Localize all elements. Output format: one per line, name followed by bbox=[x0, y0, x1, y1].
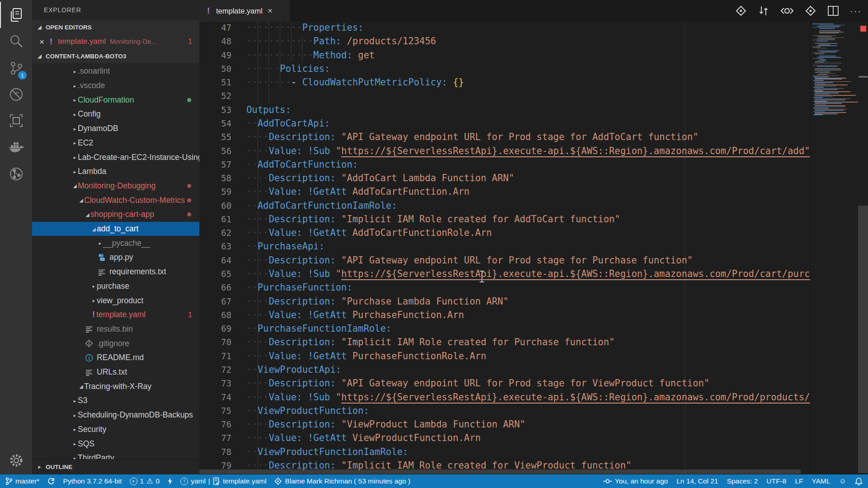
code-line-49[interactable]: 49············Method: get bbox=[199, 48, 810, 62]
tree-item-requirements-txt[interactable]: requirements.txt bbox=[32, 265, 199, 279]
source-control-icon[interactable]: 1 bbox=[0, 55, 32, 81]
gitlens-blame[interactable]: Blame Mark Richman ( 53 minutes ago ) bbox=[274, 477, 410, 485]
more-actions-icon[interactable]: ··· bbox=[850, 9, 862, 13]
tree-item-scheduling-dynamodb-backups[interactable]: ▸Scheduling-DynamoDB-Backups bbox=[32, 408, 199, 422]
close-icon[interactable]: × bbox=[268, 6, 273, 16]
code-line-76[interactable]: 76····Description: "ViewProduct Lambda F… bbox=[199, 418, 810, 431]
code-line-78[interactable]: 78··ViewProductFunctionIamRole: bbox=[199, 445, 810, 459]
code-line-56[interactable]: 56····Value: !Sub "https://${ServerlessR… bbox=[199, 144, 810, 158]
git-graph-icon[interactable] bbox=[0, 161, 32, 187]
tree-item-readme-md[interactable]: README.md bbox=[32, 351, 199, 365]
code-line-59[interactable]: 59····Value: !GetAtt AddToCartFunction.A… bbox=[199, 185, 810, 198]
tree-item-results-bin[interactable]: results.bin bbox=[32, 322, 199, 337]
code-line-51[interactable]: 51········- CloudWatchPutMetricPolicy: {… bbox=[199, 75, 810, 89]
tree-item-config[interactable]: ▸Config bbox=[32, 107, 199, 122]
code-line-60[interactable]: 60··AddToCartFunctionIamRole: bbox=[199, 199, 810, 212]
code-line-62[interactable]: 62····Value: !GetAtt AddToCartFunctionRo… bbox=[199, 226, 810, 239]
code-line-58[interactable]: 58····Description: "AddToCart Lambda Fun… bbox=[199, 171, 810, 185]
cursor-position[interactable]: Ln 14, Col 21 bbox=[676, 477, 718, 485]
tree-item-monitoring-debugging[interactable]: ◢Monitoring-Debugging bbox=[32, 179, 199, 193]
tree-item-s3[interactable]: ▸S3 bbox=[32, 394, 199, 408]
tab-template-yaml[interactable]: ! template.yaml × bbox=[199, 0, 290, 22]
code-line-64[interactable]: 64····Description: "API Gateway endpoint… bbox=[199, 253, 810, 267]
compare-changes-icon[interactable] bbox=[758, 5, 769, 17]
settings-gear-icon[interactable] bbox=[0, 449, 32, 472]
code-line-72[interactable]: 72··ViewProductApi: bbox=[199, 363, 810, 376]
code-editor[interactable]: 47··········Properties:48············Pat… bbox=[199, 22, 810, 474]
code-line-65[interactable]: 65····Value: !Sub "https://${ServerlessR… bbox=[199, 267, 810, 281]
tree-item-ec2[interactable]: ▸EC2 bbox=[32, 136, 199, 150]
code-line-75[interactable]: 75··ViewProductFunction: bbox=[199, 404, 810, 418]
tree-item-add-to-cart[interactable]: ◢add_to_cart bbox=[32, 222, 199, 236]
explorer-icon[interactable] bbox=[0, 2, 32, 28]
lightning-button[interactable] bbox=[167, 477, 173, 485]
docker-icon[interactable] bbox=[0, 134, 32, 160]
tree-item-gitignore[interactable]: .gitignore bbox=[32, 336, 199, 351]
tree-item-pycache[interactable]: ▸__pycache__ bbox=[32, 236, 199, 250]
vertical-scrollbar[interactable] bbox=[858, 22, 868, 474]
tree-item-cloudformation[interactable]: ▸CloudFormation bbox=[32, 93, 199, 107]
code-line-47[interactable]: 47··········Properties: bbox=[199, 22, 810, 34]
code-line-66[interactable]: 66··PurchaseFunction: bbox=[199, 281, 810, 294]
folder-section-header[interactable]: ◢ CONTENT-LAMBDA-BOTO3 bbox=[32, 49, 199, 63]
tree-item-lab-create-an-ec2-instance-using[interactable]: ▸Lab-Create-an-EC2-Instance-Using... bbox=[32, 150, 199, 164]
tree-item-lambda[interactable]: ▸Lambda bbox=[32, 164, 199, 179]
gitlens-recency[interactable]: You, an hour ago bbox=[603, 477, 668, 485]
code-line-63[interactable]: 63··PurchaseApi: bbox=[199, 239, 810, 253]
sonarlint-icon[interactable] bbox=[0, 81, 32, 108]
encoding-setting[interactable]: UTF-8 bbox=[767, 477, 787, 485]
code-line-77[interactable]: 77····Value: !GetAtt ViewProductFunction… bbox=[199, 431, 810, 445]
code-line-71[interactable]: 71····Value: !GetAtt PurchaseFunctionRol… bbox=[199, 349, 810, 363]
yaml-schema-status[interactable]: !yaml|template.yaml bbox=[180, 477, 266, 485]
sync-button[interactable] bbox=[47, 477, 55, 485]
tree-item-vscode[interactable]: ▸.vscode bbox=[32, 79, 199, 93]
language-mode[interactable]: YAML bbox=[812, 477, 830, 485]
tree-item-security[interactable]: ▸Security bbox=[32, 422, 199, 437]
feedback-smiley[interactable]: ☺ bbox=[839, 478, 846, 485]
python-interpreter[interactable]: Python 3.7.2 64-bit bbox=[63, 477, 122, 485]
code-line-48[interactable]: 48············Path: /products/123456 bbox=[199, 34, 810, 48]
code-line-68[interactable]: 68····Value: !GetAtt PurchaseFunction.Ar… bbox=[199, 308, 810, 322]
tree-item-view-product[interactable]: ▸view_product bbox=[32, 293, 199, 308]
code-line-52[interactable]: 52 bbox=[199, 89, 810, 103]
tree-item-urls-txt[interactable]: URLs.txt bbox=[32, 365, 199, 380]
scrollbar-thumb[interactable] bbox=[858, 206, 868, 473]
code-line-57[interactable]: 57··AddToCartFunction: bbox=[199, 158, 810, 171]
indentation-setting[interactable]: Spaces: 2 bbox=[727, 477, 758, 485]
extension-square-icon[interactable] bbox=[0, 108, 32, 134]
code-line-61[interactable]: 61····Description: "Implicit IAM Role cr… bbox=[199, 212, 810, 226]
tree-item-template-yaml[interactable]: !template.yaml1 bbox=[32, 308, 199, 322]
tree-item-thirdparty[interactable]: ▸ThirdParty bbox=[32, 451, 199, 459]
minimap[interactable] bbox=[810, 22, 858, 474]
git-branch-status[interactable]: master* bbox=[5, 477, 39, 485]
eol-setting[interactable]: LF bbox=[795, 477, 803, 485]
problems-status[interactable]: ×1⚠0 bbox=[130, 477, 160, 485]
code-line-67[interactable]: 67····Description: "Purchase Lambda Func… bbox=[199, 295, 810, 308]
tree-item-cloudwatch-custom-metrics[interactable]: ◢CloudWatch-Custom-Metrics bbox=[32, 193, 199, 207]
toggle-annotations-icon[interactable] bbox=[780, 6, 794, 16]
outline-section-header[interactable]: ▸ OUTLINE bbox=[32, 459, 199, 474]
code-line-70[interactable]: 70····Description: "Implicit IAM Role cr… bbox=[199, 335, 810, 349]
split-editor-icon[interactable] bbox=[827, 5, 839, 17]
code-line-55[interactable]: 55····Description: "API Gateway endpoint… bbox=[199, 130, 810, 144]
tree-item-purchase[interactable]: ▸purchase bbox=[32, 279, 199, 294]
search-icon[interactable] bbox=[0, 28, 32, 54]
tree-item-tracing-with-x-ray[interactable]: ◢Tracing-with-X-Ray bbox=[32, 379, 199, 394]
code-line-50[interactable]: 50······Policies: bbox=[199, 62, 810, 75]
gitlens-diff-icon[interactable] bbox=[805, 5, 816, 17]
close-icon[interactable]: × bbox=[39, 38, 44, 46]
code-line-79[interactable]: 79····Description: "Implicit IAM Role cr… bbox=[199, 459, 810, 472]
tree-item-sqs[interactable]: ▸SQS bbox=[32, 436, 199, 451]
notifications-bell[interactable] bbox=[855, 477, 863, 485]
code-line-74[interactable]: 74····Value: !Sub "https://${ServerlessR… bbox=[199, 390, 810, 404]
tree-item-dynamodb[interactable]: ▸DynamoDB bbox=[32, 122, 199, 136]
code-line-73[interactable]: 73····Description: "API Gateway endpoint… bbox=[199, 376, 810, 390]
code-line-53[interactable]: 53Outputs: bbox=[199, 103, 810, 117]
open-editors-section-header[interactable]: ◢ OPEN EDITORS bbox=[32, 20, 199, 34]
tree-item-shopping-cart-app[interactable]: ◢shopping-cart-app bbox=[32, 207, 199, 222]
tree-item-sonarlint[interactable]: ▸.sonarlint bbox=[32, 64, 199, 79]
code-line-54[interactable]: 54··AddToCartApi: bbox=[199, 117, 810, 130]
tree-item-app-py[interactable]: app.py bbox=[32, 250, 199, 265]
code-line-69[interactable]: 69··PurchaseFunctionIamRole: bbox=[199, 322, 810, 335]
open-editor-item-template-yaml[interactable]: × ! template.yaml Monitoring-De... 1 bbox=[32, 34, 199, 49]
